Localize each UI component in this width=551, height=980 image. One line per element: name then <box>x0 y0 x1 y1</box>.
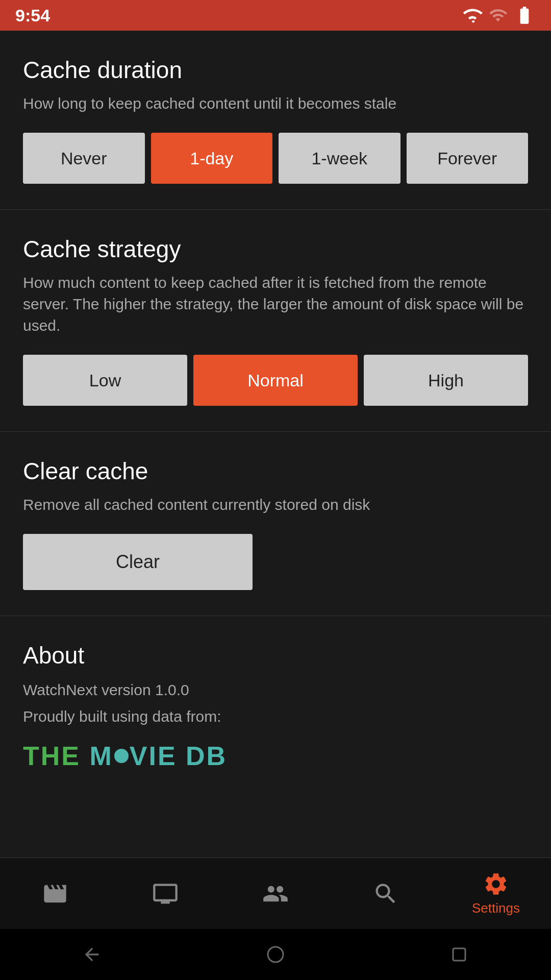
cache-duration-forever[interactable]: Forever <box>407 133 529 184</box>
clear-cache-button[interactable]: Clear <box>23 534 253 590</box>
nav-settings-label: Settings <box>472 900 520 916</box>
cache-duration-1week[interactable]: 1-week <box>279 133 400 184</box>
home-button[interactable] <box>260 939 291 970</box>
people-icon <box>262 880 289 907</box>
recents-button[interactable] <box>444 939 474 970</box>
search-icon <box>372 880 399 907</box>
clear-cache-title: Clear cache <box>23 457 528 485</box>
nav-people[interactable] <box>220 858 331 929</box>
clear-cache-section: Clear cache Remove all cached content cu… <box>0 432 551 616</box>
cache-duration-title: Cache duration <box>23 56 528 84</box>
cache-strategy-title: Cache strategy <box>23 235 528 263</box>
cache-duration-1day[interactable]: 1-day <box>151 133 273 184</box>
about-built-text: Proudly built using data from: <box>23 708 528 725</box>
clear-cache-desc: Remove all cached content currently stor… <box>23 494 528 516</box>
about-version: WatchNext version 1.0.0 <box>23 681 528 699</box>
tmdb-ovie-text: VIE <box>130 741 186 771</box>
cache-duration-section: Cache duration How long to keep cached c… <box>0 31 551 210</box>
status-bar: 9:54 <box>0 0 551 31</box>
main-content: Cache duration How long to keep cached c… <box>0 31 551 857</box>
cache-strategy-buttons: Low Normal High <box>23 355 528 406</box>
tmdb-dot-icon <box>114 749 129 763</box>
about-section: About WatchNext version 1.0.0 Proudly bu… <box>0 616 551 797</box>
cache-duration-buttons: Never 1-day 1-week Forever <box>23 133 528 184</box>
tmdb-logo: THE M VIE DB <box>23 741 528 771</box>
bottom-nav: Settings <box>0 857 551 929</box>
cache-duration-never[interactable]: Never <box>23 133 145 184</box>
cache-strategy-high[interactable]: High <box>364 355 528 406</box>
wifi-icon <box>462 5 483 26</box>
tv-icon <box>152 880 179 907</box>
cache-strategy-desc: How much content to keep cached after it… <box>23 272 528 336</box>
cache-strategy-section: Cache strategy How much content to keep … <box>0 210 551 432</box>
nav-tv[interactable] <box>110 858 220 929</box>
settings-icon <box>483 871 509 897</box>
cache-strategy-low[interactable]: Low <box>23 355 187 406</box>
tmdb-m-text: M <box>89 741 113 771</box>
battery-icon <box>513 5 536 26</box>
tmdb-db-text: DB <box>186 741 227 771</box>
nav-movies[interactable] <box>0 858 110 929</box>
back-button[interactable] <box>77 939 107 970</box>
tmdb-the-text: THE <box>23 741 89 771</box>
svg-point-0 <box>268 947 283 962</box>
nav-settings[interactable]: Settings <box>441 858 551 929</box>
about-title: About <box>23 642 528 669</box>
cache-duration-desc: How long to keep cached content until it… <box>23 93 528 114</box>
status-time: 9:54 <box>15 6 50 26</box>
nav-search[interactable] <box>331 858 441 929</box>
movies-icon <box>42 880 68 907</box>
signal-icon <box>489 5 507 26</box>
android-nav-bar <box>0 929 551 980</box>
svg-rect-1 <box>453 948 465 961</box>
status-icons <box>462 5 536 26</box>
cache-strategy-normal[interactable]: Normal <box>193 355 358 406</box>
